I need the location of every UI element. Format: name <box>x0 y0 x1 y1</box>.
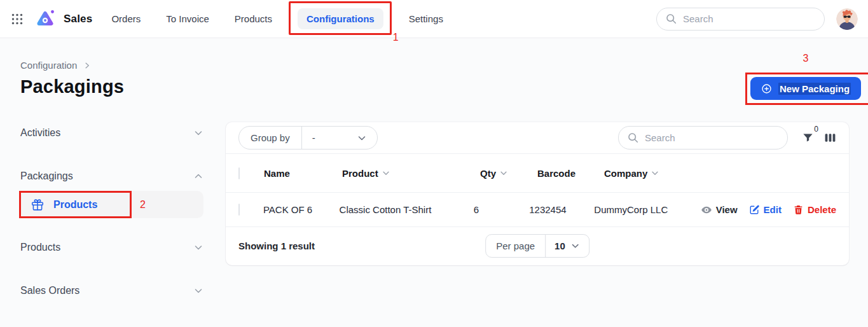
cell-company: DummyCorp LLC <box>594 204 700 215</box>
table-toolbar: Group by - <box>226 122 849 154</box>
main-nav: Orders To Invoice Products Configuration… <box>111 8 443 29</box>
results-count: Showing 1 result <box>238 240 315 251</box>
table-row[interactable]: PACK OF 6 Classic Cotton T-Shirt 6 12324… <box>226 193 849 227</box>
column-header-company[interactable]: Company <box>604 168 713 179</box>
nav-item-to-invoice[interactable]: To Invoice <box>166 13 209 24</box>
chevron-down-icon <box>570 241 580 251</box>
annotation-number-3: 3 <box>803 53 809 64</box>
sidebar-item-label: Products <box>53 199 97 211</box>
breadcrumb-link-configuration[interactable]: Configuration <box>20 60 77 71</box>
topbar-right <box>656 8 858 31</box>
chevron-down-icon <box>193 286 203 296</box>
plus-circle-icon <box>761 83 773 95</box>
cell-name: PACK OF 6 <box>263 204 340 215</box>
app-grid-icon[interactable] <box>10 12 24 26</box>
chevron-up-icon <box>193 171 203 181</box>
edit-action[interactable]: Edit <box>749 204 782 215</box>
filter-button[interactable]: 0 <box>802 132 814 144</box>
view-action[interactable]: View <box>701 204 738 216</box>
sidebar: Activities Packagings Products <box>20 125 203 298</box>
chevron-right-icon <box>83 62 91 69</box>
per-page-select[interactable]: 10 <box>546 235 589 257</box>
chevron-down-icon <box>193 128 203 138</box>
columns-button[interactable] <box>824 132 836 144</box>
annotation-number-1: 1 <box>393 32 399 43</box>
per-page-control: Per page 10 <box>485 234 589 258</box>
annotation-number-2: 2 <box>140 199 146 211</box>
column-header-product[interactable]: Product <box>342 168 480 179</box>
eye-icon <box>701 204 712 216</box>
global-search[interactable] <box>656 8 825 31</box>
column-header-qty[interactable]: Qty <box>480 168 537 179</box>
nav-item-settings[interactable]: Settings <box>409 13 443 24</box>
select-all-checkbox[interactable] <box>238 167 240 179</box>
group-by-control: Group by - <box>238 126 378 150</box>
column-header-barcode: Barcode <box>537 168 604 179</box>
search-icon <box>666 13 677 24</box>
group-by-label: Group by <box>239 127 302 149</box>
global-search-input[interactable] <box>683 13 815 24</box>
top-navbar: Sales Orders To Invoice Products Configu… <box>0 0 868 38</box>
sidebar-section-activities[interactable]: Activities <box>20 125 203 141</box>
table-search-input[interactable] <box>645 132 778 143</box>
delete-action[interactable]: Delete <box>793 204 836 215</box>
filter-count-badge: 0 <box>814 125 818 134</box>
filter-funnel-icon <box>802 132 814 144</box>
new-packaging-button[interactable]: New Packaging 3 <box>750 77 861 100</box>
sidebar-item-packagings-products[interactable]: Products 2 <box>20 191 203 218</box>
breadcrumb: Configuration <box>20 60 91 71</box>
user-avatar[interactable] <box>836 8 858 30</box>
sidebar-section-sales-orders[interactable]: Sales Orders <box>20 283 203 298</box>
chevron-down-icon <box>193 242 203 253</box>
nav-item-products[interactable]: Products <box>235 13 272 24</box>
cell-qty: 6 <box>474 204 530 215</box>
screen: Sales Orders To Invoice Products Configu… <box>0 0 868 327</box>
row-checkbox[interactable] <box>238 204 240 216</box>
columns-icon <box>824 132 836 144</box>
nav-item-configurations[interactable]: Configurations 1 <box>298 8 383 29</box>
cell-product: Classic Cotton T-Shirt <box>340 204 474 215</box>
chevron-down-icon <box>357 133 367 143</box>
app-logo-icon[interactable] <box>36 10 55 29</box>
table-footer: Showing 1 result Per page 10 <box>226 227 849 265</box>
search-icon <box>628 132 638 143</box>
nav-item-orders[interactable]: Orders <box>111 13 141 24</box>
sort-chevron-icon <box>382 169 390 177</box>
page-title: Packagings <box>20 76 124 97</box>
group-by-select[interactable]: - <box>302 127 377 149</box>
trash-icon <box>793 204 804 215</box>
table-search[interactable] <box>618 126 788 150</box>
new-packaging-label: New Packaging <box>778 83 851 95</box>
gift-icon <box>31 198 45 212</box>
per-page-label: Per page <box>486 235 546 257</box>
sort-chevron-icon <box>651 169 659 177</box>
cell-barcode: 1232454 <box>529 204 594 215</box>
packagings-table-card: Group by - <box>226 122 849 265</box>
sidebar-section-products[interactable]: Products <box>20 240 203 255</box>
table-header-row: Name Product Qty Barcode Company <box>226 154 849 193</box>
sort-chevron-icon <box>499 169 508 177</box>
column-header-name: Name <box>264 168 342 179</box>
edit-pencil-icon <box>749 204 760 215</box>
app-name[interactable]: Sales <box>64 13 92 25</box>
sidebar-section-packagings[interactable]: Packagings <box>20 169 203 184</box>
